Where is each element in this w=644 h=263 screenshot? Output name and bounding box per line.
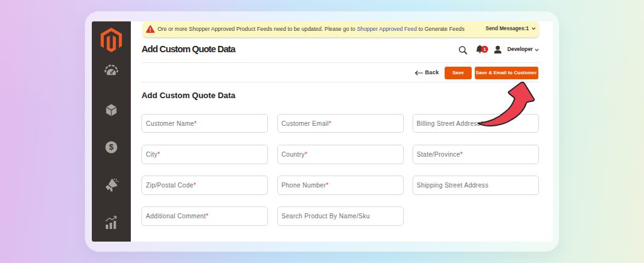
- svg-text:1: 1: [483, 47, 486, 52]
- svg-text:$: $: [109, 143, 113, 152]
